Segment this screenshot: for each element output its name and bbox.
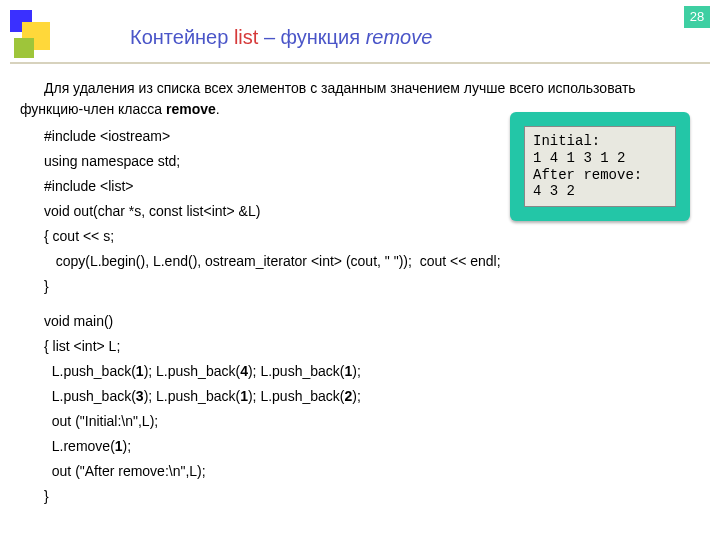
code-line: L.push_back(3); L.push_back(1); L.push_b… bbox=[20, 386, 700, 407]
code-line: void main() bbox=[20, 311, 700, 332]
output-panel: Initial: 1 4 1 3 1 2 After remove: 4 3 2 bbox=[510, 112, 690, 221]
title-part-remove: remove bbox=[366, 26, 433, 48]
code-line: { cout << s; bbox=[20, 226, 700, 247]
title-divider bbox=[10, 62, 710, 64]
page-number: 28 bbox=[684, 6, 710, 28]
slide-title: Контейнер list – функция remove bbox=[130, 26, 432, 49]
title-part-list: list bbox=[234, 26, 258, 48]
code-line: copy(L.begin(), L.end(), ostream_iterato… bbox=[20, 251, 700, 272]
title-part-func: – функция bbox=[258, 26, 365, 48]
code-line: { list <int> L; bbox=[20, 336, 700, 357]
code-line: } bbox=[20, 276, 700, 297]
title-part-container: Контейнер bbox=[130, 26, 234, 48]
code-line: L.push_back(1); L.push_back(4); L.push_b… bbox=[20, 361, 700, 382]
code-line: } bbox=[20, 486, 700, 507]
code-line: L.remove(1); bbox=[20, 436, 700, 457]
code-line: out ("Initial:\n",L); bbox=[20, 411, 700, 432]
slide: 28 Контейнер list – функция remove Для у… bbox=[0, 0, 720, 540]
console-output: Initial: 1 4 1 3 1 2 After remove: 4 3 2 bbox=[524, 126, 676, 207]
code-line: out ("After remove:\n",L); bbox=[20, 461, 700, 482]
